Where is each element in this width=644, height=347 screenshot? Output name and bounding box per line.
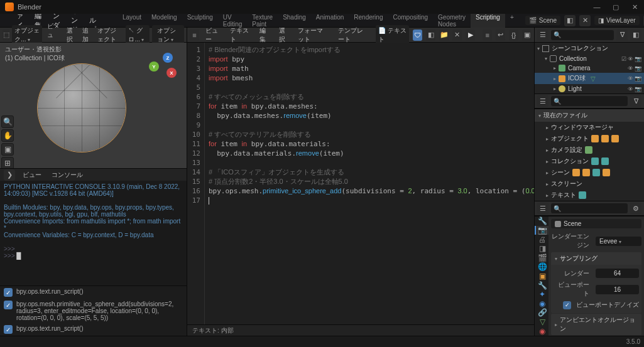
toggle-lines-button[interactable]: ≡ bbox=[483, 29, 492, 41]
props-breadcrumb[interactable]: Scene bbox=[551, 219, 641, 228]
props-tab-object[interactable]: ▣ bbox=[535, 272, 548, 281]
orientation-selector[interactable]: ↖ グロ... bbox=[126, 25, 150, 45]
axis-x-icon[interactable]: X bbox=[166, 68, 177, 78]
toggle-syntax-button[interactable]: {} bbox=[509, 29, 518, 41]
properties-search[interactable]: 🔍 bbox=[551, 203, 628, 213]
eye-icon[interactable]: 👁 bbox=[628, 56, 633, 62]
close-button[interactable]: ✕ bbox=[625, 0, 644, 14]
console-menu[interactable]: コンソール bbox=[49, 169, 85, 181]
props-tab-physics[interactable]: ◉ bbox=[535, 299, 548, 308]
camera-tool-icon[interactable]: ▣ bbox=[1, 143, 14, 156]
camera-icon[interactable]: 📷 bbox=[635, 75, 641, 82]
mode-selector[interactable]: オブジェク... bbox=[12, 25, 42, 45]
tab-geonodes[interactable]: Geometry Nodes bbox=[433, 11, 471, 30]
props-tab-output[interactable]: 🖨 bbox=[535, 235, 548, 244]
blendfile-title[interactable]: ▾現在のファイル bbox=[535, 109, 644, 122]
outliner-item-icosphere[interactable]: ▸ICO球▽👁📷 bbox=[535, 73, 644, 84]
props-tab-render[interactable]: 📷 bbox=[535, 226, 548, 235]
outliner-scene-collection[interactable]: ▾シーンコレクション bbox=[535, 43, 644, 54]
hand-tool-icon[interactable]: ✋ bbox=[1, 129, 14, 142]
eye-icon[interactable]: 👁 bbox=[628, 86, 633, 92]
maximize-button[interactable]: ▢ bbox=[606, 0, 625, 14]
scene-selector[interactable]: 🎬Scene bbox=[525, 16, 560, 25]
blendfile-row[interactable]: ▸カメラ設定 bbox=[535, 144, 644, 156]
outliner[interactable]: ▾シーンコレクション ▾Collection☑👁📷 ▸Camera👁📷 ▸ICO… bbox=[535, 43, 644, 93]
grid-tool-icon[interactable]: ⊞ bbox=[1, 157, 14, 168]
render-samples-field[interactable]: 64 bbox=[596, 269, 639, 278]
open-text-button[interactable]: 📁 bbox=[439, 29, 449, 41]
blendfile-row[interactable]: ▸テキスト bbox=[535, 190, 644, 201]
tab-scripting[interactable]: Scripting bbox=[471, 11, 505, 30]
info-row[interactable]: ✓bpy.ops.mesh.primitive_ico_sphere_add(s… bbox=[0, 299, 187, 323]
blendfile-row[interactable]: ▸スクリーン bbox=[535, 178, 644, 190]
text-menu-view[interactable]: ビュー bbox=[203, 25, 224, 45]
new-text-button[interactable]: ◧ bbox=[426, 29, 435, 41]
camera-icon[interactable]: 📷 bbox=[635, 65, 641, 72]
viewlayer-selector[interactable]: ◨ViewLayer bbox=[594, 16, 640, 25]
props-tab-tool[interactable]: 🔧 bbox=[535, 216, 548, 226]
axis-z-icon[interactable]: Z bbox=[163, 53, 173, 63]
outliner-item-light[interactable]: ▸Light👁📷 bbox=[535, 84, 644, 93]
blendfile-row[interactable]: ▸ウィンドウマネージャ bbox=[535, 122, 644, 133]
filter-icon[interactable]: ∇ bbox=[630, 95, 641, 107]
denoise-checkbox[interactable]: ✓ bbox=[563, 301, 571, 309]
filter-icon[interactable]: ∇ bbox=[616, 29, 628, 41]
editor-type-text-icon[interactable]: ≡ bbox=[190, 29, 199, 41]
text-menu-format[interactable]: フォーマット bbox=[295, 25, 332, 45]
editor-type-console-icon[interactable]: ❯ bbox=[4, 169, 15, 181]
props-tab-data[interactable]: ▽ bbox=[535, 318, 548, 327]
info-row[interactable]: ✓bpy.ops.text.run_script() bbox=[0, 323, 187, 336]
scene-remove-button[interactable]: ✕ bbox=[579, 15, 591, 26]
text-editor[interactable]: 1234567891011121314151617 # Blender関連のオブ… bbox=[187, 43, 534, 324]
exclude-toggle[interactable]: ☑ bbox=[621, 56, 626, 62]
editor-type-outliner-icon[interactable]: ☰ bbox=[537, 29, 548, 41]
python-console[interactable]: PYTHON INTERACTIVE CONSOLE 3.10.9 (main,… bbox=[0, 181, 187, 286]
zoom-tool-icon[interactable]: 🔍 bbox=[1, 115, 14, 128]
props-tab-constraints[interactable]: 🔗 bbox=[535, 308, 548, 318]
nav-gizmo[interactable]: X Y Z bbox=[149, 53, 177, 80]
scene-new-button[interactable]: ◧ bbox=[564, 15, 576, 26]
fake-user-button[interactable]: 🛡 bbox=[413, 29, 422, 41]
panel-アンビエントオクルージョン[interactable]: ▸アンビエントオクルージョン bbox=[551, 314, 641, 335]
text-datablock[interactable]: 📄 テキスト bbox=[376, 25, 410, 45]
editor-type-blendfile-icon[interactable]: ☰ bbox=[537, 95, 548, 107]
info-row[interactable]: ✓bpy.ops.text.run_script() bbox=[0, 286, 187, 299]
outliner-collection[interactable]: ▾Collection☑👁📷 bbox=[535, 54, 644, 63]
console-menu-view[interactable]: ビュー bbox=[20, 169, 44, 181]
toggle-wrap-button[interactable]: ↩ bbox=[496, 29, 505, 41]
panel-sampling[interactable]: ▾サンプリング bbox=[551, 252, 641, 265]
view3d-options[interactable]: オプション bbox=[152, 25, 184, 45]
blendfile-row[interactable]: ▸オブジェクト bbox=[535, 133, 644, 144]
code-area[interactable]: # Blender関連のオブジェクトをimportする import bpy i… bbox=[205, 43, 534, 324]
props-tab-scene[interactable]: 🎬 bbox=[535, 253, 548, 262]
run-script-button[interactable]: ▶ bbox=[466, 29, 475, 41]
camera-icon[interactable]: 📷 bbox=[635, 86, 641, 92]
view3d-menu-select[interactable]: 選択 bbox=[64, 25, 77, 45]
props-tab-world[interactable]: 🌐 bbox=[535, 262, 548, 272]
minimize-button[interactable]: — bbox=[587, 0, 606, 14]
text-menu-edit[interactable]: 編集 bbox=[257, 25, 273, 45]
outliner-item-camera[interactable]: ▸Camera👁📷 bbox=[535, 63, 644, 73]
props-tab-material[interactable]: ◉ bbox=[535, 326, 548, 336]
axis-y-icon[interactable]: Y bbox=[149, 61, 159, 72]
render-engine-select[interactable]: Eevee bbox=[596, 237, 641, 246]
tab-add[interactable]: + bbox=[505, 11, 519, 30]
eye-icon[interactable]: 👁 bbox=[628, 75, 633, 82]
eye-icon[interactable]: 👁 bbox=[628, 65, 633, 72]
view3d-menu-add[interactable]: 追加 bbox=[80, 25, 92, 45]
camera-icon[interactable]: 📷 bbox=[635, 56, 641, 62]
blendfile-outliner[interactable]: ▾現在のファイル ▸ウィンドウマネージャ ▸オブジェクト ▸カメラ設定 ▸コレク… bbox=[535, 109, 644, 201]
props-tab-viewlayer[interactable]: ◨ bbox=[535, 244, 548, 254]
viewport-samples-field[interactable]: 16 bbox=[596, 285, 639, 294]
editor-type-props-icon[interactable]: ☰ bbox=[537, 203, 548, 214]
props-tab-particles[interactable]: ✦ bbox=[535, 290, 548, 299]
editor-type-icon[interactable]: ⬚ bbox=[3, 29, 9, 41]
toggle-livedit-button[interactable]: ▣ bbox=[522, 29, 532, 41]
blendfile-row[interactable]: ▸シーン bbox=[535, 167, 644, 178]
unlink-text-button[interactable]: ✕ bbox=[452, 29, 462, 41]
props-tab-modifiers[interactable]: 🔧 bbox=[535, 280, 548, 290]
text-menu-template[interactable]: テンプレート bbox=[336, 25, 372, 45]
options-icon[interactable]: ⚙ bbox=[630, 203, 641, 214]
outliner-search[interactable]: 🔍 bbox=[551, 30, 614, 40]
viewport-3d[interactable]: ユーザー・透視投影 (1) Collection | ICO球 X Y bbox=[0, 43, 187, 168]
